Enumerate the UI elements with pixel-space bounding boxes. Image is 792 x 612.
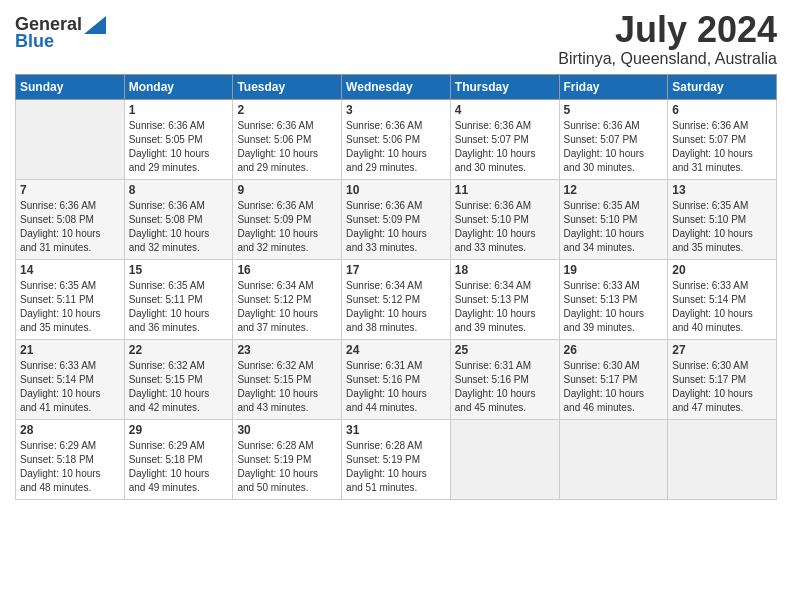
day-number: 17 <box>346 263 446 277</box>
calendar-cell: 24Sunrise: 6:31 AM Sunset: 5:16 PM Dayli… <box>342 339 451 419</box>
cell-content: Sunrise: 6:36 AM Sunset: 5:10 PM Dayligh… <box>455 199 555 255</box>
calendar-cell <box>668 419 777 499</box>
day-number: 2 <box>237 103 337 117</box>
day-number: 19 <box>564 263 664 277</box>
cell-content: Sunrise: 6:34 AM Sunset: 5:12 PM Dayligh… <box>237 279 337 335</box>
calendar-cell: 8Sunrise: 6:36 AM Sunset: 5:08 PM Daylig… <box>124 179 233 259</box>
calendar-cell: 29Sunrise: 6:29 AM Sunset: 5:18 PM Dayli… <box>124 419 233 499</box>
logo-blue-text: Blue <box>15 31 54 52</box>
header-thursday: Thursday <box>450 74 559 99</box>
title-area: July 2024 Birtinya, Queensland, Australi… <box>558 10 777 68</box>
calendar-week-1: 1Sunrise: 6:36 AM Sunset: 5:05 PM Daylig… <box>16 99 777 179</box>
day-number: 10 <box>346 183 446 197</box>
cell-content: Sunrise: 6:30 AM Sunset: 5:17 PM Dayligh… <box>672 359 772 415</box>
cell-content: Sunrise: 6:36 AM Sunset: 5:08 PM Dayligh… <box>20 199 120 255</box>
day-number: 29 <box>129 423 229 437</box>
day-number: 13 <box>672 183 772 197</box>
calendar-cell: 15Sunrise: 6:35 AM Sunset: 5:11 PM Dayli… <box>124 259 233 339</box>
calendar-cell: 19Sunrise: 6:33 AM Sunset: 5:13 PM Dayli… <box>559 259 668 339</box>
calendar-cell: 17Sunrise: 6:34 AM Sunset: 5:12 PM Dayli… <box>342 259 451 339</box>
logo-icon <box>84 16 106 34</box>
cell-content: Sunrise: 6:36 AM Sunset: 5:09 PM Dayligh… <box>237 199 337 255</box>
day-number: 11 <box>455 183 555 197</box>
cell-content: Sunrise: 6:32 AM Sunset: 5:15 PM Dayligh… <box>237 359 337 415</box>
day-number: 24 <box>346 343 446 357</box>
calendar-cell: 30Sunrise: 6:28 AM Sunset: 5:19 PM Dayli… <box>233 419 342 499</box>
cell-content: Sunrise: 6:28 AM Sunset: 5:19 PM Dayligh… <box>237 439 337 495</box>
day-number: 6 <box>672 103 772 117</box>
header: General Blue July 2024 Birtinya, Queensl… <box>15 10 777 68</box>
day-number: 25 <box>455 343 555 357</box>
cell-content: Sunrise: 6:34 AM Sunset: 5:12 PM Dayligh… <box>346 279 446 335</box>
cell-content: Sunrise: 6:35 AM Sunset: 5:10 PM Dayligh… <box>672 199 772 255</box>
cell-content: Sunrise: 6:31 AM Sunset: 5:16 PM Dayligh… <box>346 359 446 415</box>
calendar-cell <box>559 419 668 499</box>
calendar-cell: 31Sunrise: 6:28 AM Sunset: 5:19 PM Dayli… <box>342 419 451 499</box>
day-number: 22 <box>129 343 229 357</box>
cell-content: Sunrise: 6:36 AM Sunset: 5:06 PM Dayligh… <box>346 119 446 175</box>
month-year-title: July 2024 <box>558 10 777 50</box>
calendar-cell: 3Sunrise: 6:36 AM Sunset: 5:06 PM Daylig… <box>342 99 451 179</box>
cell-content: Sunrise: 6:28 AM Sunset: 5:19 PM Dayligh… <box>346 439 446 495</box>
calendar-cell: 27Sunrise: 6:30 AM Sunset: 5:17 PM Dayli… <box>668 339 777 419</box>
cell-content: Sunrise: 6:36 AM Sunset: 5:05 PM Dayligh… <box>129 119 229 175</box>
calendar-cell: 14Sunrise: 6:35 AM Sunset: 5:11 PM Dayli… <box>16 259 125 339</box>
day-number: 16 <box>237 263 337 277</box>
calendar-cell: 20Sunrise: 6:33 AM Sunset: 5:14 PM Dayli… <box>668 259 777 339</box>
day-number: 30 <box>237 423 337 437</box>
day-number: 15 <box>129 263 229 277</box>
calendar-cell: 16Sunrise: 6:34 AM Sunset: 5:12 PM Dayli… <box>233 259 342 339</box>
day-number: 8 <box>129 183 229 197</box>
cell-content: Sunrise: 6:34 AM Sunset: 5:13 PM Dayligh… <box>455 279 555 335</box>
cell-content: Sunrise: 6:35 AM Sunset: 5:11 PM Dayligh… <box>129 279 229 335</box>
calendar-week-4: 21Sunrise: 6:33 AM Sunset: 5:14 PM Dayli… <box>16 339 777 419</box>
day-number: 31 <box>346 423 446 437</box>
day-number: 4 <box>455 103 555 117</box>
cell-content: Sunrise: 6:36 AM Sunset: 5:08 PM Dayligh… <box>129 199 229 255</box>
day-number: 14 <box>20 263 120 277</box>
day-number: 5 <box>564 103 664 117</box>
location-subtitle: Birtinya, Queensland, Australia <box>558 50 777 68</box>
calendar-table: Sunday Monday Tuesday Wednesday Thursday… <box>15 74 777 500</box>
cell-content: Sunrise: 6:33 AM Sunset: 5:14 PM Dayligh… <box>20 359 120 415</box>
calendar-cell: 23Sunrise: 6:32 AM Sunset: 5:15 PM Dayli… <box>233 339 342 419</box>
header-friday: Friday <box>559 74 668 99</box>
header-sunday: Sunday <box>16 74 125 99</box>
calendar-week-2: 7Sunrise: 6:36 AM Sunset: 5:08 PM Daylig… <box>16 179 777 259</box>
cell-content: Sunrise: 6:31 AM Sunset: 5:16 PM Dayligh… <box>455 359 555 415</box>
calendar-cell: 13Sunrise: 6:35 AM Sunset: 5:10 PM Dayli… <box>668 179 777 259</box>
day-number: 18 <box>455 263 555 277</box>
day-number: 12 <box>564 183 664 197</box>
calendar-cell: 21Sunrise: 6:33 AM Sunset: 5:14 PM Dayli… <box>16 339 125 419</box>
day-number: 3 <box>346 103 446 117</box>
cell-content: Sunrise: 6:35 AM Sunset: 5:11 PM Dayligh… <box>20 279 120 335</box>
calendar-cell: 18Sunrise: 6:34 AM Sunset: 5:13 PM Dayli… <box>450 259 559 339</box>
calendar-cell: 11Sunrise: 6:36 AM Sunset: 5:10 PM Dayli… <box>450 179 559 259</box>
logo: General Blue <box>15 10 106 52</box>
day-number: 23 <box>237 343 337 357</box>
calendar-cell: 7Sunrise: 6:36 AM Sunset: 5:08 PM Daylig… <box>16 179 125 259</box>
calendar-cell <box>450 419 559 499</box>
cell-content: Sunrise: 6:36 AM Sunset: 5:07 PM Dayligh… <box>455 119 555 175</box>
day-number: 9 <box>237 183 337 197</box>
cell-content: Sunrise: 6:36 AM Sunset: 5:07 PM Dayligh… <box>564 119 664 175</box>
day-number: 28 <box>20 423 120 437</box>
calendar-cell: 5Sunrise: 6:36 AM Sunset: 5:07 PM Daylig… <box>559 99 668 179</box>
cell-content: Sunrise: 6:36 AM Sunset: 5:07 PM Dayligh… <box>672 119 772 175</box>
cell-content: Sunrise: 6:33 AM Sunset: 5:13 PM Dayligh… <box>564 279 664 335</box>
calendar-week-5: 28Sunrise: 6:29 AM Sunset: 5:18 PM Dayli… <box>16 419 777 499</box>
day-number: 27 <box>672 343 772 357</box>
day-number: 26 <box>564 343 664 357</box>
header-saturday: Saturday <box>668 74 777 99</box>
calendar-cell: 28Sunrise: 6:29 AM Sunset: 5:18 PM Dayli… <box>16 419 125 499</box>
day-number: 21 <box>20 343 120 357</box>
cell-content: Sunrise: 6:32 AM Sunset: 5:15 PM Dayligh… <box>129 359 229 415</box>
day-headers-row: Sunday Monday Tuesday Wednesday Thursday… <box>16 74 777 99</box>
cell-content: Sunrise: 6:30 AM Sunset: 5:17 PM Dayligh… <box>564 359 664 415</box>
calendar-cell: 26Sunrise: 6:30 AM Sunset: 5:17 PM Dayli… <box>559 339 668 419</box>
cell-content: Sunrise: 6:35 AM Sunset: 5:10 PM Dayligh… <box>564 199 664 255</box>
calendar-cell: 22Sunrise: 6:32 AM Sunset: 5:15 PM Dayli… <box>124 339 233 419</box>
calendar-cell: 12Sunrise: 6:35 AM Sunset: 5:10 PM Dayli… <box>559 179 668 259</box>
calendar-cell: 6Sunrise: 6:36 AM Sunset: 5:07 PM Daylig… <box>668 99 777 179</box>
calendar-cell: 1Sunrise: 6:36 AM Sunset: 5:05 PM Daylig… <box>124 99 233 179</box>
